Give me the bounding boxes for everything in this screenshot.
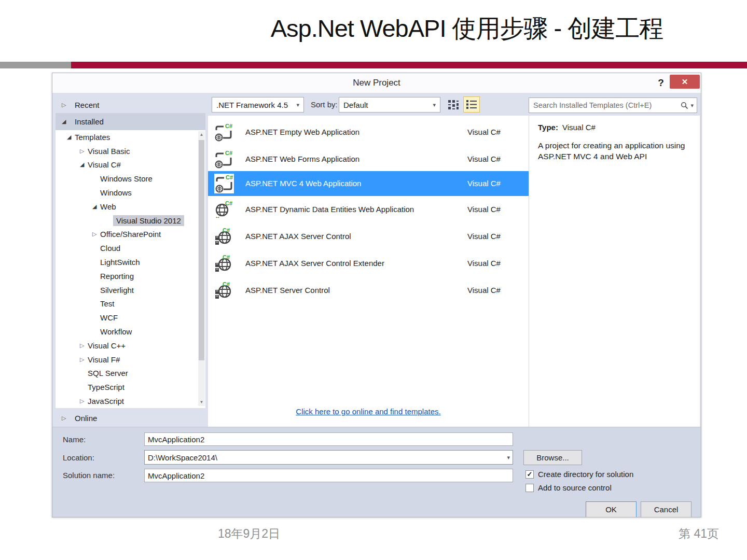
tree-item-test[interactable]: Test	[56, 297, 205, 311]
sort-dropdown[interactable]: Default	[339, 97, 440, 113]
nav-item-recent[interactable]: Recent	[56, 97, 205, 113]
create-directory-label: Create directory for solution	[538, 470, 633, 479]
template-item[interactable]: C# ASP.NET Server Control Visual C#	[208, 279, 529, 302]
type-value: Visual C#	[562, 123, 596, 132]
tree-scrollbar[interactable]	[198, 131, 205, 406]
list-view-icon	[466, 99, 477, 110]
template-info-panel: Type:Visual C# A project for creating an…	[529, 116, 700, 427]
new-project-dialog: New Project ? ✕ Recent Installed Templat…	[52, 73, 701, 517]
tree-item-typescript[interactable]: TypeScript	[56, 380, 205, 394]
close-button[interactable]: ✕	[670, 75, 700, 89]
accent-bar-red	[71, 62, 747, 68]
framework-dropdown[interactable]: .NET Framework 4.5	[212, 97, 304, 113]
cancel-button[interactable]: Cancel	[641, 501, 691, 517]
create-directory-option[interactable]: Create directory for solution	[525, 470, 633, 479]
tree-item-visual-cpp[interactable]: Visual C++	[56, 339, 205, 353]
help-button[interactable]: ?	[654, 76, 668, 90]
template-item[interactable]: C# ASP.NET Web Forms Application Visual …	[208, 148, 529, 171]
aspnet-globe-icon: C#↔	[214, 200, 233, 219]
grid-view-icon	[447, 99, 460, 111]
template-category-tree: Templates Visual Basic Visual C# Windows…	[56, 130, 205, 408]
search-box	[529, 97, 697, 113]
chevron-down-icon[interactable]	[690, 102, 694, 109]
chevron-expanded-icon[interactable]	[62, 118, 75, 125]
page-title: Asp.Net WebAPI 使用步骤 - 创建工程	[192, 12, 742, 45]
chevron-collapsed-icon[interactable]	[62, 102, 75, 108]
scroll-up-icon[interactable]	[198, 131, 205, 138]
tree-item-visual-basic[interactable]: Visual Basic	[56, 144, 205, 158]
checkbox-unchecked-icon[interactable]	[525, 484, 534, 492]
name-input[interactable]	[144, 432, 513, 446]
solution-name-label: Solution name:	[63, 471, 115, 480]
search-icon[interactable]	[681, 102, 688, 109]
tree-item-windows[interactable]: Windows	[56, 186, 205, 200]
template-description: A project for creating an application us…	[538, 140, 694, 162]
chevron-collapsed-icon[interactable]	[80, 398, 88, 404]
chevron-expanded-icon[interactable]	[92, 203, 100, 210]
tree-item-wcf[interactable]: WCF	[56, 311, 205, 325]
svg-text:C#: C#	[226, 174, 233, 180]
template-item-selected[interactable]: C# ASP.NET MVC 4 Web Application Visual …	[208, 171, 529, 196]
chevron-collapsed-icon[interactable]	[62, 415, 75, 422]
svg-text:C#: C#	[223, 254, 230, 260]
footer-page-number: 第 41页	[679, 526, 719, 542]
solution-name-input[interactable]	[144, 469, 513, 482]
chevron-down-icon[interactable]	[507, 454, 510, 461]
type-label: Type:	[538, 123, 558, 132]
tree-item-windows-store[interactable]: Windows Store	[56, 172, 205, 186]
aspnet-webapp-icon: C#	[214, 150, 233, 169]
template-item[interactable]: C# ASP.NET AJAX Server Control Visual C#	[208, 225, 529, 248]
tree-item-sql-server[interactable]: SQL Server	[56, 367, 205, 381]
accent-bar-gray	[0, 62, 71, 68]
nav-item-installed[interactable]: Installed	[56, 113, 205, 130]
tree-item-visual-csharp[interactable]: Visual C#	[56, 158, 205, 172]
find-templates-link[interactable]: Click here to go online and find templat…	[208, 407, 529, 416]
location-combo	[144, 450, 513, 465]
template-type-line: Type:Visual C#	[538, 123, 700, 132]
icons-view-button[interactable]	[447, 99, 460, 111]
tree-item-silverlight[interactable]: Silverlight	[56, 283, 205, 297]
chevron-collapsed-icon[interactable]	[80, 342, 88, 349]
tree-item-reporting[interactable]: Reporting	[56, 269, 205, 283]
slide: Asp.Net WebAPI 使用步骤 - 创建工程 New Project ?…	[0, 0, 747, 560]
tree-item-lightswitch[interactable]: LightSwitch	[56, 255, 205, 269]
location-input[interactable]	[145, 453, 507, 462]
tree-item-cloud[interactable]: Cloud	[56, 241, 205, 255]
tree-item-templates[interactable]: Templates	[56, 130, 205, 144]
template-item[interactable]: C# ASP.NET Empty Web Application Visual …	[208, 121, 529, 144]
template-item[interactable]: C# ASP.NET AJAX Server Control Extender …	[208, 252, 529, 275]
chevron-collapsed-icon[interactable]	[80, 148, 88, 155]
aspnet-server-control-icon: C#	[214, 254, 233, 273]
location-label: Location:	[63, 453, 94, 462]
scrollbar-thumb[interactable]	[199, 140, 204, 360]
list-view-button[interactable]	[463, 96, 480, 113]
svg-text:C#: C#	[225, 150, 232, 156]
tree-item-javascript[interactable]: JavaScript	[56, 394, 205, 408]
tree-item-office-sharepoint[interactable]: Office/SharePoint	[56, 228, 205, 242]
svg-text:C#: C#	[225, 123, 232, 129]
tree-item-visual-studio-2012[interactable]: Visual Studio 2012	[56, 214, 205, 228]
chevron-collapsed-icon[interactable]	[92, 231, 100, 237]
source-control-option[interactable]: Add to source control	[525, 483, 612, 492]
template-item[interactable]: C#↔ ASP.NET Dynamic Data Entities Web Ap…	[208, 198, 529, 221]
dialog-title: New Project	[52, 78, 701, 88]
ok-button[interactable]: OK	[586, 501, 637, 517]
scroll-down-icon[interactable]	[198, 399, 205, 406]
dialog-titlebar: New Project ? ✕	[52, 73, 701, 93]
aspnet-server-control-icon: C#	[214, 281, 233, 300]
browse-button[interactable]: Browse...	[523, 450, 582, 465]
aspnet-webapp-icon: C#	[214, 123, 233, 142]
chevron-collapsed-icon[interactable]	[80, 356, 88, 363]
svg-text:C#: C#	[225, 200, 232, 206]
chevron-down-icon	[433, 102, 436, 108]
search-input[interactable]	[532, 101, 681, 110]
chevron-expanded-icon[interactable]	[80, 161, 88, 168]
chevron-expanded-icon[interactable]	[67, 134, 75, 141]
template-list: C# ASP.NET Empty Web Application Visual …	[208, 116, 529, 427]
nav-item-online[interactable]: Online	[56, 410, 205, 426]
tree-item-workflow[interactable]: Workflow	[56, 325, 205, 339]
checkbox-checked-icon[interactable]	[525, 470, 534, 479]
tree-item-web[interactable]: Web	[56, 200, 205, 214]
tree-item-visual-fsharp[interactable]: Visual F#	[56, 353, 205, 367]
aspnet-server-control-icon: C#	[214, 227, 233, 246]
